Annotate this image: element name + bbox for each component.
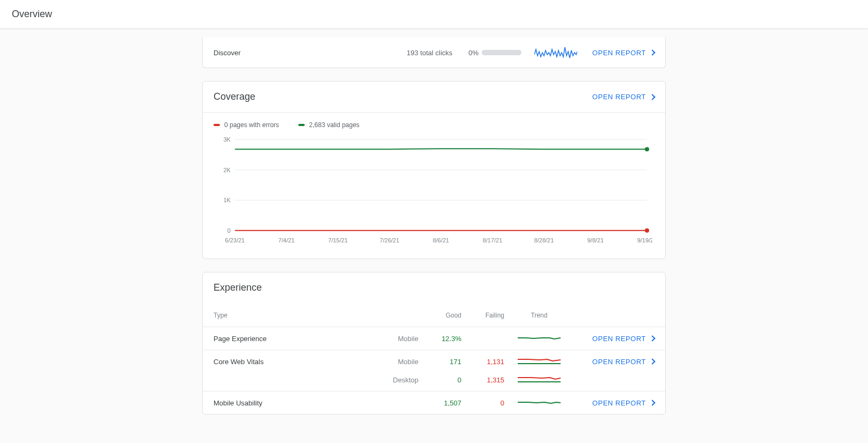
open-report-label: OPEN REPORT bbox=[592, 335, 646, 343]
trend-sparkline bbox=[518, 398, 561, 408]
page-header: Overview bbox=[0, 0, 868, 29]
open-report-link-discover[interactable]: OPEN REPORT bbox=[592, 49, 654, 57]
experience-table: Type Good Failing Trend Page Experience … bbox=[203, 303, 665, 414]
open-report-link-mobile-usability[interactable]: OPEN REPORT bbox=[592, 399, 654, 407]
legend-errors-label: 0 pages with errors bbox=[224, 121, 279, 129]
col-type-header: Type bbox=[214, 312, 359, 319]
open-report-link-page-experience[interactable]: OPEN REPORT bbox=[592, 335, 654, 343]
trend-sparkline bbox=[518, 334, 561, 343]
discover-percent: 0% bbox=[468, 49, 521, 57]
row-trend bbox=[504, 398, 574, 408]
row-type: Page Experience bbox=[214, 335, 359, 343]
open-report-label: OPEN REPORT bbox=[592, 399, 646, 407]
chevron-right-icon bbox=[649, 49, 655, 55]
coverage-chart-svg: 01K2K3K6/23/217/4/217/15/217/26/218/6/21… bbox=[214, 134, 652, 247]
legend-errors-swatch bbox=[214, 124, 220, 126]
legend-errors: 0 pages with errors bbox=[214, 121, 279, 129]
open-report-link-coverage[interactable]: OPEN REPORT bbox=[592, 93, 654, 101]
table-row: Desktop 0 1,315 bbox=[203, 373, 665, 391]
table-row: Page Experience Mobile 12.3% OPEN REPORT bbox=[203, 327, 665, 350]
open-report-label: OPEN REPORT bbox=[592, 93, 646, 101]
row-type: Mobile Usability bbox=[214, 399, 359, 407]
svg-text:7/4/21: 7/4/21 bbox=[278, 237, 295, 243]
svg-text:7/26/21: 7/26/21 bbox=[380, 237, 400, 243]
svg-text:0: 0 bbox=[227, 227, 231, 234]
row-good: 0 bbox=[418, 376, 461, 384]
row-device: Mobile bbox=[359, 335, 418, 343]
svg-text:8/17/21: 8/17/21 bbox=[483, 237, 503, 243]
svg-text:2K: 2K bbox=[224, 167, 231, 173]
discover-card: Discover 193 total clicks 0% OPEN REPORT bbox=[202, 38, 666, 68]
discover-sparkline bbox=[534, 45, 577, 60]
svg-point-8 bbox=[645, 228, 649, 233]
open-report-label: OPEN REPORT bbox=[592, 49, 646, 57]
row-failing: 1,315 bbox=[461, 376, 504, 384]
col-action-header bbox=[574, 312, 654, 319]
progress-bar bbox=[482, 50, 521, 55]
experience-header: Experience bbox=[203, 272, 665, 303]
open-report-link-core-web-vitals[interactable]: OPEN REPORT bbox=[592, 358, 654, 366]
row-good: 171 bbox=[418, 358, 461, 366]
chevron-right-icon bbox=[649, 358, 655, 364]
discover-row: Discover 193 total clicks 0% OPEN REPORT bbox=[203, 38, 665, 68]
trend-sparkline bbox=[518, 375, 561, 385]
experience-table-header: Type Good Failing Trend bbox=[203, 303, 665, 327]
chevron-right-icon bbox=[649, 94, 655, 100]
coverage-header: Coverage OPEN REPORT bbox=[203, 82, 665, 112]
svg-text:9/8/21: 9/8/21 bbox=[587, 237, 604, 243]
svg-point-9 bbox=[645, 147, 649, 151]
experience-card: Experience Type Good Failing Trend Page … bbox=[202, 272, 666, 415]
svg-text:8/6/21: 8/6/21 bbox=[433, 237, 450, 243]
experience-title: Experience bbox=[214, 282, 262, 293]
svg-text:3K: 3K bbox=[224, 136, 231, 143]
discover-clicks: 193 total clicks bbox=[407, 49, 452, 57]
row-device: Mobile bbox=[359, 358, 418, 366]
row-trend bbox=[504, 334, 574, 343]
row-good: 12.3% bbox=[418, 335, 461, 343]
col-good-header: Good bbox=[418, 312, 461, 319]
row-trend bbox=[504, 357, 574, 366]
col-device-header bbox=[359, 312, 418, 319]
table-row: Core Web Vitals Mobile 171 1,131 OPEN RE… bbox=[203, 350, 665, 373]
page-title: Overview bbox=[12, 9, 52, 20]
coverage-card: Coverage OPEN REPORT 0 pages with errors… bbox=[202, 81, 666, 259]
svg-text:8/28/21: 8/28/21 bbox=[534, 237, 554, 243]
discover-percent-label: 0% bbox=[468, 49, 479, 57]
trend-sparkline bbox=[518, 357, 561, 366]
legend-valid-label: 2,683 valid pages bbox=[309, 121, 359, 129]
legend-valid-swatch bbox=[298, 124, 305, 126]
coverage-chart: 01K2K3K6/23/217/4/217/15/217/26/218/6/21… bbox=[203, 129, 665, 259]
table-row: Mobile Usability 1,507 0 OPEN REPORT bbox=[203, 391, 665, 414]
coverage-legend: 0 pages with errors 2,683 valid pages bbox=[203, 113, 665, 129]
chevron-right-icon bbox=[649, 335, 655, 341]
row-good: 1,507 bbox=[418, 399, 461, 407]
col-failing-header: Failing bbox=[461, 312, 504, 319]
chevron-right-icon bbox=[649, 400, 655, 405]
col-trend-header: Trend bbox=[504, 312, 574, 319]
row-failing: 1,131 bbox=[461, 358, 504, 366]
open-report-label: OPEN REPORT bbox=[592, 358, 646, 366]
discover-label: Discover bbox=[214, 49, 407, 57]
svg-text:6/23/21: 6/23/21 bbox=[225, 237, 245, 243]
svg-text:9/19/21: 9/19/21 bbox=[637, 237, 652, 243]
main-content: Discover 193 total clicks 0% OPEN REPORT… bbox=[0, 29, 868, 436]
legend-valid: 2,683 valid pages bbox=[298, 121, 359, 129]
row-device: Desktop bbox=[359, 376, 418, 384]
row-type: Core Web Vitals bbox=[214, 358, 359, 366]
coverage-title: Coverage bbox=[214, 91, 255, 102]
row-trend bbox=[504, 375, 574, 385]
row-failing: 0 bbox=[461, 399, 504, 407]
svg-text:1K: 1K bbox=[224, 197, 231, 203]
svg-text:7/15/21: 7/15/21 bbox=[328, 237, 348, 243]
